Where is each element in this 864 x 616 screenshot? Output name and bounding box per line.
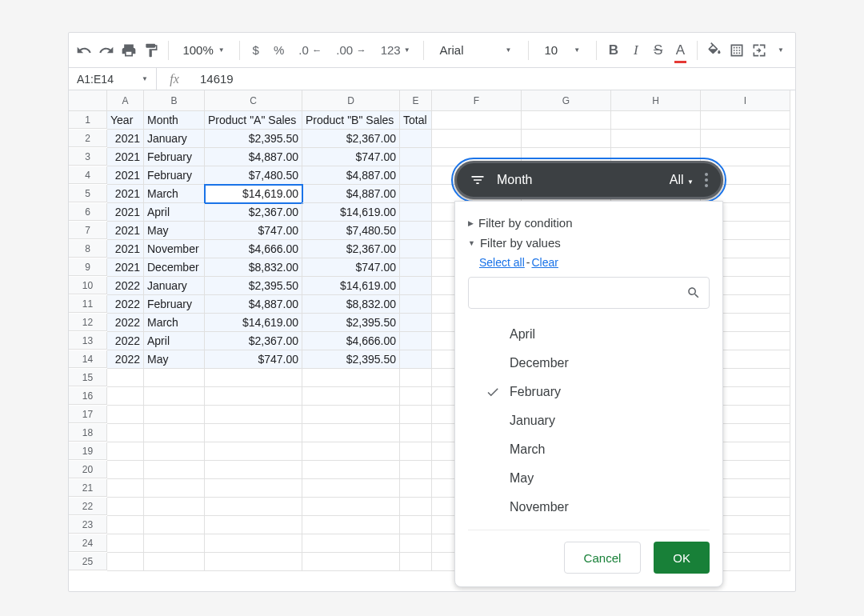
row-header[interactable]: 2	[69, 130, 107, 147]
cell[interactable]: 2021	[107, 166, 144, 185]
cell[interactable]: March	[144, 314, 205, 332]
row-header[interactable]: 7	[69, 222, 107, 239]
cell[interactable]	[400, 424, 432, 442]
cell[interactable]	[144, 479, 205, 498]
cell[interactable]: March	[144, 185, 205, 203]
row-header[interactable]: 23	[69, 516, 107, 534]
cell[interactable]: $747.00	[302, 148, 400, 166]
italic-button[interactable]: I	[627, 41, 645, 60]
strikethrough-button[interactable]: S	[650, 41, 667, 60]
row-header[interactable]: 8	[69, 240, 107, 258]
undo-button[interactable]	[75, 41, 93, 60]
cell[interactable]: $14,619.00	[302, 277, 400, 295]
cell[interactable]	[611, 111, 701, 130]
cell[interactable]	[701, 130, 790, 148]
row-header[interactable]: 13	[69, 332, 107, 350]
print-button[interactable]	[120, 41, 138, 60]
cell[interactable]	[302, 498, 400, 516]
cell[interactable]	[107, 498, 144, 516]
cell[interactable]: January	[144, 130, 205, 148]
cell[interactable]	[107, 461, 144, 479]
cell[interactable]: $7,480.50	[205, 166, 302, 185]
cell[interactable]	[107, 516, 144, 534]
cell[interactable]	[205, 387, 302, 406]
cell[interactable]	[302, 516, 400, 534]
cell[interactable]: Product "A" Sales	[205, 111, 302, 130]
percent-format-button[interactable]: %	[269, 43, 289, 57]
redo-button[interactable]	[98, 41, 115, 60]
fill-color-button[interactable]	[706, 41, 723, 60]
cell[interactable]: 2022	[107, 314, 144, 332]
cell[interactable]: $4,887.00	[302, 166, 400, 185]
cell[interactable]	[107, 534, 144, 553]
row-header[interactable]: 24	[69, 534, 107, 552]
cell[interactable]: April	[144, 332, 205, 350]
cell[interactable]	[107, 442, 144, 461]
cell[interactable]	[205, 424, 302, 442]
row-header[interactable]: 16	[69, 387, 107, 405]
more-tools[interactable]: ▼	[773, 46, 789, 54]
cell[interactable]	[302, 406, 400, 424]
cell[interactable]: $4,887.00	[205, 148, 302, 166]
cell[interactable]	[302, 534, 400, 553]
row-header[interactable]: 1	[69, 111, 107, 129]
cell[interactable]	[144, 498, 205, 516]
cell[interactable]: $747.00	[302, 258, 400, 277]
clear-link[interactable]: Clear	[531, 256, 558, 269]
filter-value-item[interactable]: December	[468, 349, 710, 378]
cell[interactable]	[400, 350, 432, 369]
cell[interactable]: 2021	[107, 130, 144, 148]
row-header[interactable]: 10	[69, 277, 107, 294]
decrease-decimal-button[interactable]: .0←	[294, 43, 326, 57]
cell[interactable]	[302, 424, 400, 442]
more-formats-button[interactable]: 123▼	[376, 43, 415, 57]
cell[interactable]	[400, 314, 432, 332]
row-header[interactable]: 19	[69, 442, 107, 460]
cell[interactable]	[400, 461, 432, 479]
row-header[interactable]: 5	[69, 185, 107, 202]
more-options-icon[interactable]	[705, 173, 708, 187]
cell[interactable]: February	[144, 166, 205, 185]
zoom-select[interactable]: 100%▼	[176, 43, 230, 57]
cancel-button[interactable]: Cancel	[564, 542, 642, 574]
cell[interactable]	[400, 498, 432, 516]
column-header[interactable]: A	[107, 90, 144, 111]
row-header[interactable]: 4	[69, 166, 107, 184]
cell[interactable]	[205, 369, 302, 387]
filter-scope[interactable]: All ▼	[670, 173, 694, 187]
cell[interactable]: $14,619.00	[205, 314, 302, 332]
cell[interactable]	[144, 406, 205, 424]
cell[interactable]: 2021	[107, 240, 144, 258]
cell[interactable]: $14,619.00	[205, 185, 302, 203]
name-box[interactable]: A1:E14▼	[69, 68, 157, 90]
cell[interactable]: $7,480.50	[302, 222, 400, 240]
cell[interactable]: January	[144, 277, 205, 295]
cell[interactable]: Month	[144, 111, 205, 130]
cell[interactable]: 2022	[107, 295, 144, 314]
cell[interactable]: $8,832.00	[302, 295, 400, 314]
filter-value-item[interactable]: November	[468, 493, 710, 522]
row-header[interactable]: 20	[69, 461, 107, 478]
cell[interactable]	[107, 387, 144, 406]
column-header[interactable]: F	[432, 90, 522, 111]
cell[interactable]	[107, 479, 144, 498]
cell[interactable]	[400, 166, 432, 185]
cell[interactable]: May	[144, 350, 205, 369]
row-header[interactable]: 12	[69, 314, 107, 331]
row-header[interactable]: 25	[69, 553, 107, 570]
cell[interactable]	[302, 553, 400, 571]
column-header[interactable]: H	[611, 90, 701, 111]
cell[interactable]: $2,367.00	[302, 240, 400, 258]
cell[interactable]: $4,666.00	[302, 332, 400, 350]
cell[interactable]	[205, 516, 302, 534]
cell[interactable]	[400, 130, 432, 148]
cell[interactable]	[302, 442, 400, 461]
cell[interactable]	[522, 111, 611, 130]
cell[interactable]	[302, 461, 400, 479]
cell[interactable]: $2,395.50	[205, 130, 302, 148]
cell[interactable]: December	[144, 258, 205, 277]
cell[interactable]: 2022	[107, 277, 144, 295]
cell[interactable]	[144, 553, 205, 571]
ok-button[interactable]: OK	[654, 542, 710, 574]
column-header[interactable]: G	[522, 90, 611, 111]
